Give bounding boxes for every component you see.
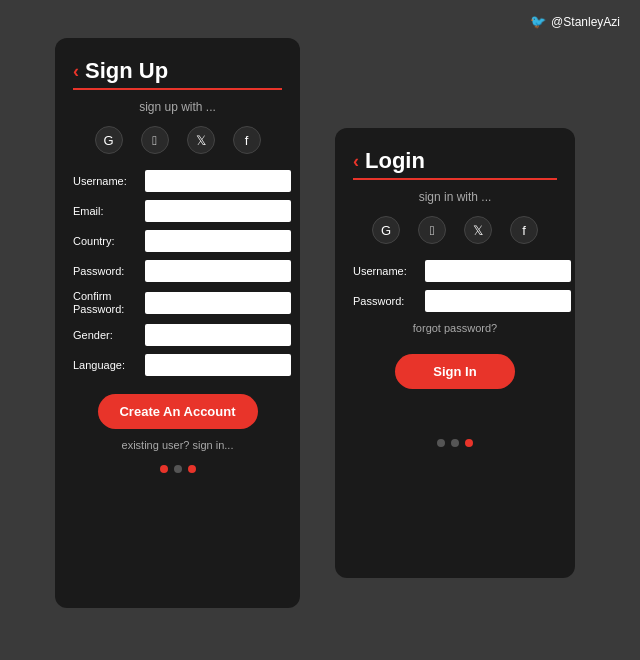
signup-red-line bbox=[73, 88, 282, 90]
dot-3 bbox=[188, 465, 196, 473]
existing-user-text: existing user? sign in... bbox=[73, 439, 282, 451]
login-username-input[interactable] bbox=[425, 260, 571, 282]
password-input[interactable] bbox=[145, 260, 291, 282]
language-label: Language: bbox=[73, 359, 145, 371]
login-dot-3 bbox=[465, 439, 473, 447]
signup-subtext: sign up with ... bbox=[73, 100, 282, 114]
sign-in-button[interactable]: Sign In bbox=[395, 354, 515, 389]
signup-apple-icon[interactable]:  bbox=[141, 126, 169, 154]
login-facebook-icon[interactable]: f bbox=[510, 216, 538, 244]
signup-card: ‹ Sign Up sign up with ... G  𝕏 f Usern… bbox=[55, 38, 300, 608]
login-red-line bbox=[353, 178, 557, 180]
gender-row: Gender: bbox=[73, 324, 282, 346]
login-apple-icon[interactable]:  bbox=[418, 216, 446, 244]
create-account-button[interactable]: Create An Account bbox=[98, 394, 258, 429]
email-label: Email: bbox=[73, 205, 145, 217]
confirm-password-label: ConfirmPassword: bbox=[73, 290, 145, 316]
dot-1 bbox=[160, 465, 168, 473]
confirm-password-input[interactable] bbox=[145, 292, 291, 314]
login-subtext: sign in with ... bbox=[353, 190, 557, 204]
login-password-input[interactable] bbox=[425, 290, 571, 312]
dot-2 bbox=[174, 465, 182, 473]
signup-social-icons: G  𝕏 f bbox=[73, 126, 282, 154]
login-title: ‹ Login bbox=[353, 148, 557, 174]
signup-facebook-icon[interactable]: f bbox=[233, 126, 261, 154]
signup-title-text: Sign Up bbox=[85, 58, 168, 84]
language-input[interactable] bbox=[145, 354, 291, 376]
confirm-password-row: ConfirmPassword: bbox=[73, 290, 282, 316]
username-input[interactable] bbox=[145, 170, 291, 192]
password-row: Password: bbox=[73, 260, 282, 282]
login-username-row: Username: bbox=[353, 260, 557, 282]
login-username-label: Username: bbox=[353, 265, 425, 277]
login-title-text: Login bbox=[365, 148, 425, 174]
language-row: Language: bbox=[73, 354, 282, 376]
twitter-icon: 🐦 bbox=[530, 14, 546, 29]
username-row: Username: bbox=[73, 170, 282, 192]
signup-google-icon[interactable]: G bbox=[95, 126, 123, 154]
country-row: Country: bbox=[73, 230, 282, 252]
login-social-icons: G  𝕏 f bbox=[353, 216, 557, 244]
signup-back-arrow[interactable]: ‹ bbox=[73, 61, 79, 82]
twitter-username: @StanleyAzi bbox=[551, 15, 620, 29]
country-input[interactable] bbox=[145, 230, 291, 252]
signup-dots bbox=[73, 465, 282, 473]
login-dots bbox=[353, 439, 557, 447]
email-input[interactable] bbox=[145, 200, 291, 222]
twitter-handle: 🐦 @StanleyAzi bbox=[530, 14, 620, 29]
gender-input[interactable] bbox=[145, 324, 291, 346]
login-twitter-icon[interactable]: 𝕏 bbox=[464, 216, 492, 244]
country-label: Country: bbox=[73, 235, 145, 247]
login-google-icon[interactable]: G bbox=[372, 216, 400, 244]
login-dot-2 bbox=[451, 439, 459, 447]
forgot-password-text[interactable]: forgot password? bbox=[353, 322, 557, 334]
login-card: ‹ Login sign in with ... G  𝕏 f Usernam… bbox=[335, 128, 575, 578]
username-label: Username: bbox=[73, 175, 145, 187]
login-password-row: Password: bbox=[353, 290, 557, 312]
gender-label: Gender: bbox=[73, 329, 145, 341]
login-password-label: Password: bbox=[353, 295, 425, 307]
email-row: Email: bbox=[73, 200, 282, 222]
signup-title: ‹ Sign Up bbox=[73, 58, 282, 84]
signup-twitter-icon[interactable]: 𝕏 bbox=[187, 126, 215, 154]
login-back-arrow[interactable]: ‹ bbox=[353, 151, 359, 172]
password-label: Password: bbox=[73, 265, 145, 277]
login-dot-1 bbox=[437, 439, 445, 447]
